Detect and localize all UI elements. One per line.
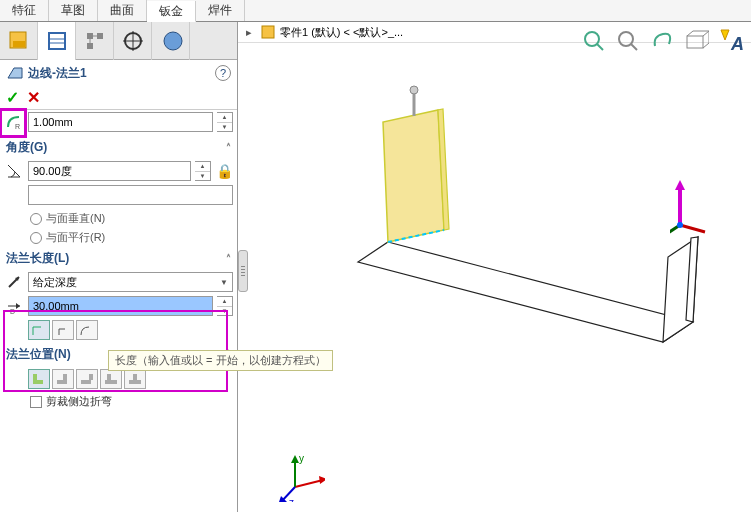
ribbon-tab-sketch[interactable]: 草图 (49, 0, 98, 21)
feature-name: 边线-法兰1 (28, 65, 215, 82)
svg-line-39 (703, 43, 709, 48)
chevron-up-icon: ˄ (226, 142, 231, 153)
ok-button[interactable]: ✓ (6, 88, 19, 107)
angle-icon (4, 161, 24, 181)
angle-spinner[interactable]: ▲▼ (195, 161, 211, 181)
svg-rect-5 (87, 33, 93, 39)
panel-splitter[interactable] (238, 250, 248, 292)
flange-length-type-dropdown[interactable]: 给定深度 ▼ (28, 272, 233, 292)
flange-length-input[interactable] (28, 296, 213, 316)
flange-length-type-value: 给定深度 (33, 275, 77, 290)
panel-tab-dimxpert[interactable] (114, 22, 152, 60)
zoom-fit-button[interactable] (579, 26, 609, 56)
lock-icon[interactable]: 🔒 (215, 163, 233, 179)
pos-material-outside-button[interactable] (52, 369, 74, 389)
panel-tab-config[interactable] (76, 22, 114, 60)
svg-line-32 (597, 44, 603, 50)
ok-cancel-row: ✓ ✕ (0, 86, 237, 110)
rotate-view-button[interactable] (647, 26, 677, 56)
display-style-button[interactable] (681, 26, 711, 56)
flange-length-spinner[interactable]: ▲▼ (217, 296, 233, 316)
svg-rect-2 (49, 33, 65, 49)
graphics-viewport[interactable]: ▸ 零件1 (默认) < <默认>_... A (238, 22, 751, 512)
angle-label: 角度(G) (6, 139, 47, 156)
view-triad[interactable]: x y z (275, 452, 325, 502)
panel-tab-property[interactable] (38, 22, 76, 60)
config-icon (83, 29, 107, 53)
svg-rect-30 (262, 26, 274, 38)
ribbon-tab-feature[interactable]: 特征 (0, 0, 49, 21)
target-icon (121, 29, 145, 53)
edit-appearance-button[interactable]: A (715, 26, 745, 56)
length-tangent-button[interactable] (76, 320, 98, 340)
svg-point-50 (410, 86, 418, 94)
bend-radius-input[interactable] (28, 112, 213, 132)
svg-rect-35 (687, 36, 703, 48)
svg-rect-25 (89, 374, 93, 380)
ribbon-tab-surface[interactable]: 曲面 (98, 0, 147, 21)
length-inner-virtual-button[interactable] (52, 320, 74, 340)
radio-parallel[interactable]: 与面平行(R) (4, 228, 233, 247)
svg-rect-6 (97, 33, 103, 39)
svg-line-36 (687, 31, 693, 36)
flyout-tree-toggle[interactable]: ▸ (242, 26, 256, 39)
preview-pushpin-icon (410, 86, 418, 116)
svg-rect-20 (33, 380, 43, 384)
svg-marker-52 (675, 180, 685, 190)
length-outer-virtual-button[interactable] (28, 320, 50, 340)
radio-perp[interactable]: 与面垂直(N) (4, 209, 233, 228)
panel-tab-appearance[interactable] (152, 22, 190, 60)
help-icon[interactable]: ? (215, 65, 231, 81)
svg-marker-41 (721, 30, 729, 40)
angle-face-input[interactable] (28, 185, 233, 205)
length-ref-buttons (28, 320, 233, 340)
position-buttons (28, 369, 233, 389)
svg-text:y: y (299, 453, 304, 464)
svg-rect-7 (87, 43, 93, 49)
svg-line-37 (703, 31, 709, 36)
zoom-area-button[interactable] (613, 26, 643, 56)
ribbon-tab-sheetmetal[interactable]: 钣金 (147, 1, 196, 22)
pos-tangent-button[interactable] (124, 369, 146, 389)
dropdown-arrow-icon: ▼ (220, 278, 228, 287)
svg-point-31 (585, 32, 599, 46)
view-toolbar: A (579, 26, 745, 56)
svg-line-53 (680, 225, 705, 232)
svg-rect-26 (105, 380, 117, 384)
chevron-up-icon: ˄ (226, 253, 231, 264)
tooltip: 长度（输入值或以 = 开始，以创建方程式） (108, 350, 333, 371)
panel-tab-feature-tree[interactable] (0, 22, 38, 60)
flange-length-header[interactable]: 法兰长度(L) ˄ (4, 247, 233, 270)
angle-input[interactable] (28, 161, 191, 181)
trim-side-bends-row[interactable]: 剪裁侧边折弯 (4, 392, 233, 411)
svg-text:z: z (289, 497, 294, 502)
angle-row: ▲▼ 🔒 (4, 161, 233, 181)
svg-marker-43 (358, 242, 693, 342)
bend-radius-spinner[interactable]: ▲▼ (217, 112, 233, 132)
pos-material-inside-button[interactable] (28, 369, 50, 389)
angle-header[interactable]: 角度(G) ˄ (4, 136, 233, 159)
part-icon (260, 24, 276, 40)
svg-marker-57 (319, 476, 325, 484)
panel-tabs (0, 22, 237, 60)
svg-rect-28 (129, 380, 141, 384)
checkbox-icon (30, 396, 42, 408)
cancel-button[interactable]: ✕ (27, 88, 40, 107)
feature-tree-icon (7, 29, 31, 53)
ribbon-tab-weldment[interactable]: 焊件 (196, 0, 245, 21)
svg-line-56 (295, 480, 323, 487)
angle-face-row (4, 185, 233, 205)
trim-side-bends-label: 剪裁侧边折弯 (46, 394, 112, 409)
svg-point-13 (164, 32, 182, 50)
flange-length-value-row: D ▲▼ (4, 296, 233, 316)
property-icon (45, 29, 69, 53)
svg-text:D: D (10, 308, 15, 315)
svg-text:A: A (730, 34, 744, 54)
pos-virtual-sharp-button[interactable] (100, 369, 122, 389)
pos-bend-outside-button[interactable] (76, 369, 98, 389)
model-view[interactable] (238, 62, 751, 512)
part-label[interactable]: 零件1 (默认) < <默认>_... (280, 25, 403, 40)
svg-rect-27 (107, 374, 111, 380)
radio-icon (30, 232, 42, 244)
length-icon: D (4, 296, 24, 316)
